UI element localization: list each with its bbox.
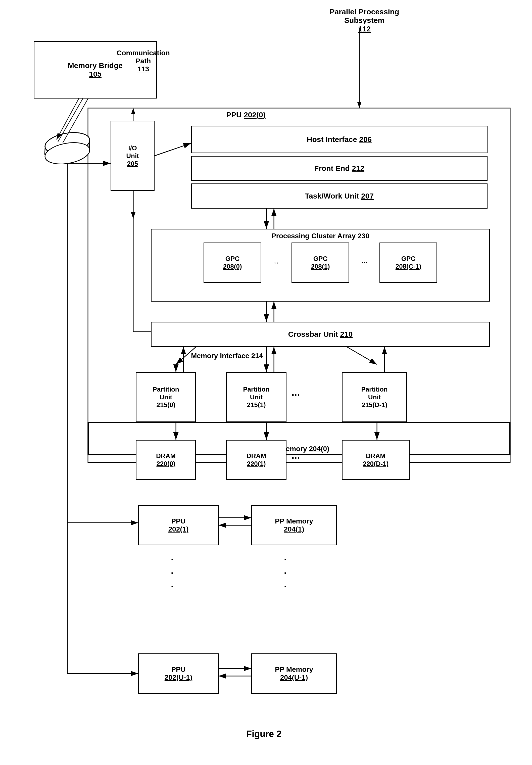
gpc-1-box: GPC 208(1) (291, 243, 349, 283)
svg-line-14 (155, 143, 191, 156)
communication-path-label: Communication Path 113 (111, 49, 176, 73)
pp-memory-u1-box: PP Memory 204(U-1) (251, 653, 337, 694)
ppu-vertical-dots-1: ··· (171, 553, 174, 594)
partition-unit-0-box: PartitionUnit 215(0) (136, 372, 196, 422)
dram-0-box: DRAM 220(0) (136, 440, 196, 480)
task-work-unit-box: Task/Work Unit 207 (191, 184, 487, 209)
memory-bridge-number: 105 (89, 70, 102, 78)
ppu-202-1-box: PPU 202(1) (138, 505, 219, 545)
dram-d1-box: DRAM 220(D-1) (342, 440, 410, 480)
partition-unit-1-box: PartitionUnit 215(1) (226, 372, 286, 422)
svg-point-4 (43, 129, 91, 157)
pp-memory-1-box: PP Memory 204(1) (251, 505, 337, 545)
parallel-processing-subsystem-label: Parallel Processing Subsystem 112 (301, 8, 427, 33)
host-interface-box: Host Interface 206 (191, 126, 487, 153)
gpc-0-box: GPC 208(0) (204, 243, 262, 283)
svg-line-31 (347, 347, 377, 365)
front-end-box: Front End 212 (191, 156, 487, 181)
ppu-202-u1-box: PPU 202(U-1) (138, 653, 219, 694)
dram-dots: ··· (291, 452, 300, 464)
processing-cluster-array-box: Processing Cluster Array 230 GPC 208(0) … (151, 229, 490, 302)
svg-point-6 (43, 140, 91, 167)
ppu-202-0-label: PPU 202(0) (226, 111, 266, 119)
memory-interface-label: Memory Interface 214 (191, 352, 263, 360)
gpc-c1-box: GPC 208(C-1) (379, 243, 437, 283)
svg-point-5 (43, 129, 91, 157)
svg-line-8 (89, 142, 90, 152)
figure-label: Figure 2 (226, 729, 301, 739)
partition-dots: ··· (291, 389, 300, 401)
gpc-arrow-0-1: ↔ (269, 258, 284, 267)
gpc-dots: ··· (357, 258, 372, 267)
ppmem-vertical-dots-1: ··· (284, 553, 286, 594)
partition-unit-d1-box: PartitionUnit 215(D-1) (342, 372, 407, 422)
dram-1-box: DRAM 220(1) (226, 440, 286, 480)
crossbar-unit-box: Crossbar Unit 210 (151, 322, 490, 347)
diagram: Memory Bridge 105 Communication Path 113… (0, 0, 532, 765)
svg-line-7 (45, 145, 45, 155)
io-unit-box: I/OUnit 205 (111, 121, 155, 191)
